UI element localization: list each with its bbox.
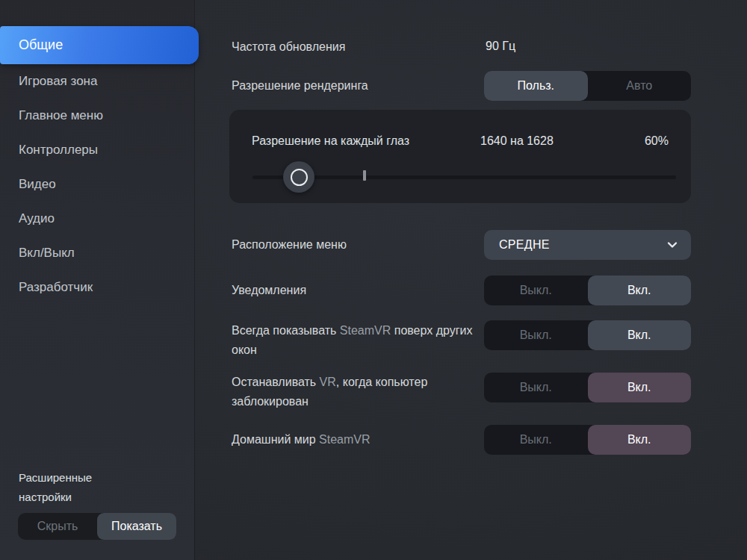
steamvr-on-top-on-option[interactable]: Вкл.: [588, 320, 692, 350]
sidebar-item-label: Видео: [19, 177, 56, 192]
notifications-off-option[interactable]: Выкл.: [484, 276, 588, 305]
sidebar-item-label: Главное меню: [19, 108, 103, 123]
per-eye-resolution-percent: 60%: [645, 134, 669, 148]
resolution-slider-thumb[interactable]: [283, 161, 314, 193]
sidebar-item-video[interactable]: Видео: [0, 167, 194, 202]
sidebar-item-label: Игровая зона: [19, 74, 97, 89]
sidebar-item-label: Аудио: [19, 211, 55, 226]
steamvr-on-top-label: Всегда показывать SteamVR поверх других …: [232, 321, 482, 360]
sidebar-item-label: Общие: [19, 37, 63, 53]
sidebar: Общие Игровая зона Главное меню Контролл…: [0, 0, 194, 560]
resolution-slider-tick: [363, 170, 366, 181]
menu-position-dropdown[interactable]: СРЕДНЕ: [484, 230, 691, 260]
steamvr-settings-window: Общие Игровая зона Главное меню Контролл…: [0, 0, 747, 560]
sidebar-item-general[interactable]: Общие: [0, 26, 199, 64]
steamvr-home-label: Домашний мир SteamVR: [232, 430, 482, 449]
sidebar-item-developer[interactable]: Разработчик: [0, 270, 194, 305]
resolution-slider-track[interactable]: [252, 175, 676, 179]
slider-thumb-ring-icon: [291, 169, 308, 186]
refresh-rate-label: Частота обновления: [232, 37, 482, 57]
label-text: Уведомления: [232, 284, 306, 296]
pause-vr-locked-off-option[interactable]: Выкл.: [484, 373, 588, 402]
pause-vr-locked-toggle[interactable]: Выкл. Вкл.: [484, 373, 691, 402]
label-text: Останавливать: [232, 376, 320, 388]
sidebar-item-label: Вкл/Выкл: [19, 246, 75, 261]
label-text-en: SteamVR: [340, 324, 391, 337]
steamvr-home-off-option[interactable]: Выкл.: [484, 425, 588, 455]
menu-position-label: Расположение меню: [232, 235, 482, 255]
sidebar-item-play-area[interactable]: Игровая зона: [0, 64, 194, 99]
advanced-settings-label-line1: Расширенные: [19, 468, 92, 488]
per-eye-resolution-value: 1640 на 1628: [480, 134, 554, 148]
label-text-en: VR: [320, 376, 336, 388]
pause-vr-locked-label: Останавливать VR, когда копьютер заблоки…: [232, 373, 482, 411]
notifications-on-option[interactable]: Вкл.: [588, 276, 692, 305]
render-resolution-label: Разрешение рендеринга: [232, 76, 482, 96]
sidebar-item-main-menu[interactable]: Главное меню: [0, 99, 194, 133]
render-resolution-auto-option[interactable]: Авто: [588, 71, 692, 101]
pause-vr-locked-on-option[interactable]: Вкл.: [588, 373, 692, 402]
label-text: Всегда показывать: [232, 324, 340, 337]
advanced-settings-toggle[interactable]: Скрыть Показать: [18, 513, 176, 540]
menu-position-value: СРЕДНЕ: [499, 238, 550, 252]
notifications-label: Уведомления: [232, 281, 482, 300]
sidebar-item-power[interactable]: Вкл/Выкл: [0, 236, 194, 270]
sidebar-item-label: Контроллеры: [19, 143, 98, 158]
advanced-settings-label: Расширенные настройки: [19, 468, 92, 507]
per-eye-resolution-panel: Разрешение на каждый глаз 1640 на 1628 6…: [229, 110, 691, 203]
chevron-down-icon: [666, 238, 679, 252]
advanced-hide-button[interactable]: Скрыть: [18, 513, 97, 540]
render-resolution-custom-option[interactable]: Польз.: [484, 71, 588, 101]
label-text-en: SteamVR: [319, 433, 370, 446]
label-text: Домашний мир: [232, 433, 319, 446]
steamvr-on-top-off-option[interactable]: Выкл.: [484, 320, 588, 350]
sidebar-item-audio[interactable]: Аудио: [0, 202, 194, 236]
per-eye-resolution-label: Разрешение на каждый глаз: [252, 134, 409, 148]
steamvr-home-toggle[interactable]: Выкл. Вкл.: [484, 425, 691, 455]
sidebar-item-controllers[interactable]: Контроллеры: [0, 133, 194, 167]
steamvr-on-top-toggle[interactable]: Выкл. Вкл.: [484, 320, 691, 350]
render-resolution-toggle[interactable]: Польз. Авто: [484, 71, 691, 101]
notifications-toggle[interactable]: Выкл. Вкл.: [484, 276, 691, 305]
advanced-show-button[interactable]: Показать: [97, 513, 176, 540]
steamvr-home-on-option[interactable]: Вкл.: [588, 425, 692, 455]
advanced-settings-label-line2: настройки: [19, 488, 92, 507]
refresh-rate-value: 90 Гц: [486, 40, 515, 53]
sidebar-item-label: Разработчик: [19, 280, 93, 295]
